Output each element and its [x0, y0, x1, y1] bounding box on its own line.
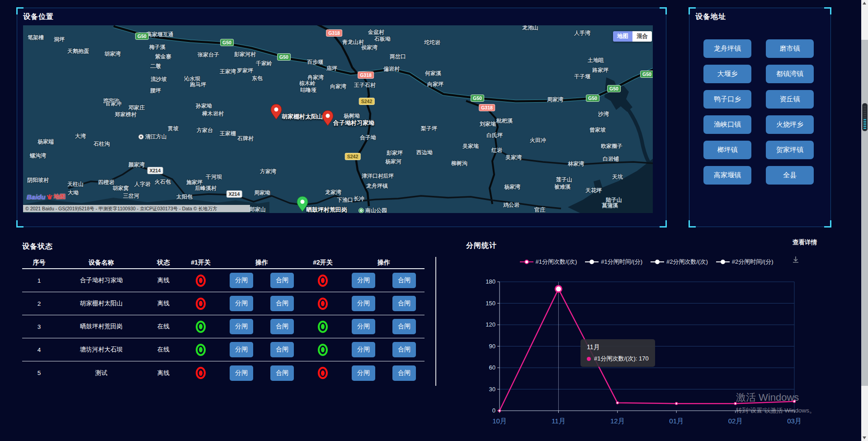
map-type-map-button[interactable]: 地图 [613, 31, 632, 42]
scrollbar-up-arrow[interactable] [863, 2, 866, 5]
road-badge: G318 [479, 104, 495, 111]
map-place-label: 合子坳 [360, 134, 376, 142]
map-type-hybrid-button[interactable]: 混合 [632, 31, 652, 42]
row-index: 2 [22, 300, 56, 307]
road-badge: G50 [607, 85, 621, 92]
map-place-label: 何家溪 [425, 70, 441, 77]
close-switch-button[interactable]: 合闸 [270, 273, 294, 288]
svg-text:120: 120 [486, 321, 495, 328]
legend-marker [520, 261, 533, 262]
address-button[interactable]: 榔坪镇 [703, 141, 751, 159]
map-place-label: 彭家坪 [387, 149, 403, 157]
address-button-grid: 龙舟坪镇磨市镇大堰乡都镇湾镇鸭子口乡资丘镇渔峡口镇火烧坪乡榔坪镇贺家坪镇高家堰镇… [703, 39, 815, 185]
close-switch-button[interactable]: 合闸 [392, 342, 416, 357]
map-place-label: 偏岩村 [383, 65, 400, 73]
close-switch-button[interactable]: 合闸 [270, 296, 294, 311]
map-place-label: 路家坪 [592, 66, 609, 74]
close-switch-button[interactable]: 合闸 [270, 342, 294, 357]
row-index: 4 [22, 346, 56, 353]
device-map-pin-red[interactable] [270, 104, 282, 119]
road-badge: X214 [226, 190, 242, 198]
map-place-label: 曾家坡 [590, 126, 606, 134]
map-place-label: 王家湾 [220, 68, 236, 76]
legend-item[interactable]: #2分闸时间/(分) [716, 258, 774, 266]
open-switch-button[interactable]: 分闸 [352, 342, 375, 357]
device-status: 离线 [146, 299, 180, 308]
address-button[interactable]: 龙舟坪镇 [703, 39, 751, 58]
address-button[interactable]: 高家堰镇 [703, 166, 751, 185]
road-badge: G50 [135, 33, 149, 40]
map-place-label: 侯家湾 [361, 44, 377, 52]
baidu-map[interactable]: 笔架槽洞坪天鹅抱蛋胡家湾高家堰互通梅子溪紫金寨二墩流沙坡沁水坝腰坪跑马坪渡家沟邓… [23, 25, 653, 213]
svg-text:12月: 12月 [610, 417, 625, 425]
close-switch-button[interactable]: 合闸 [392, 365, 416, 381]
map-place-label: 官家冲 [105, 100, 122, 108]
device-map-pin-red[interactable] [322, 110, 334, 126]
address-button[interactable]: 鸭子口乡 [703, 90, 751, 109]
close-switch-button[interactable]: 合闸 [392, 296, 416, 311]
legend-item[interactable]: #1分闸时间/(分) [585, 258, 642, 266]
table-scrollbar-track[interactable] [435, 257, 436, 386]
scrollbar-down-arrow[interactable] [863, 436, 866, 439]
map-place-label: 梨子坪 [421, 125, 437, 133]
view-details-link[interactable]: 查看详情 [793, 238, 817, 247]
map-place-label: 枇杷溪 [496, 117, 513, 125]
map-place-label: 杨树坳 [344, 112, 360, 120]
scrollbar-grip-widget[interactable] [862, 103, 868, 131]
address-button[interactable]: 磨市镇 [766, 39, 814, 58]
map-place-label: 两岔口 [390, 53, 406, 61]
address-panel-title: 设备地址 [695, 12, 726, 22]
map-poi: 清江方山 [138, 133, 167, 141]
corner-decoration [16, 220, 24, 228]
scrollbar-thumb[interactable] [861, 40, 868, 386]
close-switch-button[interactable]: 合闸 [392, 273, 416, 288]
close-switch-button[interactable]: 合闸 [270, 319, 294, 334]
row-index: 3 [22, 323, 56, 330]
open-switch-button[interactable]: 分闸 [352, 273, 375, 288]
open-switch-button[interactable]: 分闸 [230, 319, 253, 334]
open-switch-button[interactable]: 分闸 [230, 296, 253, 311]
legend-item[interactable]: #2分闸次数/(次) [651, 258, 708, 266]
open-switch-button[interactable]: 分闸 [352, 296, 375, 311]
map-pin-label: 合子坳村习家坳 [333, 119, 374, 127]
open-switch-button[interactable]: 分闸 [352, 319, 375, 334]
map-place-label: 洞坪 [54, 36, 65, 43]
page-scrollbar[interactable] [861, 0, 868, 441]
open-switch-button[interactable]: 分闸 [230, 273, 253, 288]
column-header: #1开关 [180, 259, 221, 267]
open-switch-button[interactable]: 分闸 [230, 342, 253, 357]
svg-text:03月: 03月 [787, 417, 802, 425]
chart-section-title: 分闸统计 [466, 241, 497, 251]
open-switch-button[interactable]: 分闸 [230, 365, 253, 381]
chart-legend: #1分闸次数/(次) #1分闸时间/(分) #2分闸次数/(次) #2分闸时间/… [497, 258, 796, 266]
close-switch-button[interactable]: 合闸 [392, 319, 416, 334]
address-button[interactable]: 渔峡口镇 [703, 115, 751, 134]
open-switch-button[interactable]: 分闸 [352, 365, 375, 381]
map-place-label: 孙家坳 [196, 102, 212, 110]
road-badge: G50 [586, 95, 599, 102]
address-button[interactable]: 都镇湾镇 [766, 65, 814, 83]
address-button[interactable]: 大堰乡 [703, 65, 751, 83]
corner-decoration [824, 220, 831, 228]
map-place-label: 太阳包 [176, 193, 193, 201]
map-place-label: 龙舟坪镇 [366, 182, 388, 190]
road-badge: G318 [358, 71, 374, 79]
map-place-label: 龙池山 [522, 25, 538, 32]
device-address-panel: 设备地址 龙舟坪镇磨市镇大堰乡都镇湾镇鸭子口乡资丘镇渔峡口镇火烧坪乡榔坪镇贺家坪… [689, 8, 831, 227]
switch-indicator [196, 344, 206, 356]
map-place-label: 青龙山村 [342, 38, 364, 46]
device-status-table: 序号设备名称状态#1开关操作#2开关操作 1 合子坳村习家坳 离线 分闸合闸 分… [22, 257, 425, 384]
close-switch-button[interactable]: 合闸 [270, 365, 294, 381]
address-button[interactable]: 资丘镇 [766, 90, 814, 109]
corner-decoration [660, 220, 667, 228]
map-place-label: 罗家坪 [237, 67, 253, 75]
address-button[interactable]: 全县 [766, 166, 814, 185]
legend-item[interactable]: #1分闸次数/(次) [520, 258, 577, 266]
road-badge: G50 [640, 71, 653, 78]
map-place-label: 胡家窝 [113, 185, 129, 192]
address-button[interactable]: 火烧坪乡 [766, 115, 814, 134]
baidu-paw-icon [47, 194, 53, 200]
address-button[interactable]: 贺家坪镇 [766, 141, 814, 159]
tooltip-month: 11月 [587, 343, 649, 351]
map-place-label: 阴阳坡村 [27, 176, 49, 184]
